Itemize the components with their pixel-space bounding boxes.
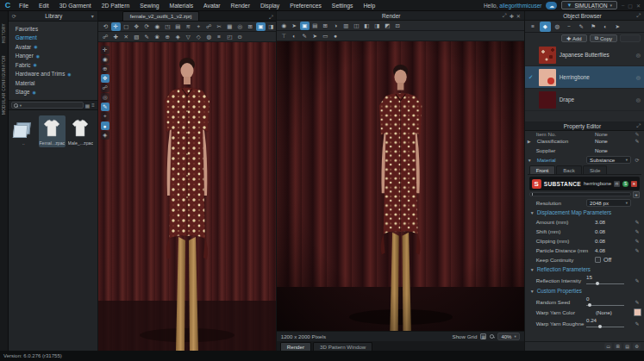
render-props-icon[interactable]: ▤: [310, 22, 320, 30]
menu-item-help[interactable]: Help: [358, 3, 380, 9]
flower-icon[interactable]: ❀: [153, 33, 162, 41]
visibility-icon[interactable]: ◎: [636, 52, 641, 58]
render-pen-icon[interactable]: ✎: [300, 32, 309, 40]
fabric-list-item[interactable]: Japanese Butterflies◎: [525, 44, 644, 66]
render-light-icon[interactable]: ⊤: [279, 32, 289, 40]
dot-icon[interactable]: ⊙: [235, 33, 245, 41]
menu-item-settings[interactable]: Settings: [327, 3, 359, 9]
menu-item-3d-garment[interactable]: 3D Garment: [54, 3, 97, 9]
style-icon[interactable]: ▤: [173, 22, 183, 31]
render-env-icon[interactable]: ◐: [290, 32, 299, 40]
sewing-pen-icon[interactable]: ✎: [576, 22, 587, 32]
gizmo-move-icon[interactable]: ✛: [111, 22, 121, 31]
edit-pencil-icon[interactable]: ✎: [633, 238, 641, 244]
menu-item-2d-pattern[interactable]: 2D Pattern: [97, 3, 135, 9]
render-left-icon[interactable]: ◧: [362, 22, 372, 30]
library-refresh-icon[interactable]: ⟳: [12, 13, 16, 19]
close-icon[interactable]: ✕: [636, 3, 641, 9]
minimize-icon[interactable]: –: [622, 3, 624, 9]
menu-item-avatar[interactable]: Avatar: [198, 3, 226, 9]
fabric-ball-icon[interactable]: ◐: [600, 22, 611, 32]
link-icon[interactable]: ☍: [204, 22, 214, 31]
rail-tab-history[interactable]: HISTORY: [2, 23, 6, 43]
settings-gear-icon[interactable]: ⚙: [633, 343, 641, 350]
diamond-icon[interactable]: ◇: [194, 33, 203, 41]
project-tab[interactable]: female_v2_outfit_1_v2.zprj: [122, 11, 200, 21]
close-icon[interactable]: ✕: [516, 13, 521, 19]
value-slider[interactable]: [586, 302, 624, 308]
camera-icon[interactable]: ◨: [266, 22, 276, 31]
camera-view-icon[interactable]: ◉: [101, 55, 109, 64]
render-sphere-icon[interactable]: ●: [331, 32, 341, 40]
property-value-field[interactable]: 15: [586, 274, 622, 280]
pen-icon[interactable]: ✎: [142, 33, 152, 41]
object-browser-float-icon[interactable]: ⤢: [636, 13, 641, 19]
pin-icon[interactable]: ☍: [101, 33, 110, 41]
corner-icon[interactable]: ◰: [225, 33, 234, 41]
cloud-icon[interactable]: ☁: [546, 2, 557, 9]
pose-icon[interactable]: ✛: [101, 46, 109, 54]
hatch-icon[interactable]: ▧: [132, 33, 141, 41]
library-category-material[interactable]: Material: [9, 78, 97, 88]
menu-item-edit[interactable]: Edit: [34, 3, 54, 9]
render-plane-icon[interactable]: ▭: [321, 32, 330, 40]
bind-icon[interactable]: ☍: [101, 84, 109, 92]
edit-pencil-icon[interactable]: ✎: [633, 138, 641, 144]
property-value-field[interactable]: 3.08: [595, 219, 631, 225]
remove-icon[interactable]: ✕: [631, 181, 637, 187]
menu-item-sewing[interactable]: Sewing: [134, 3, 164, 9]
render-rows-icon[interactable]: ▥: [341, 22, 351, 30]
focus-icon[interactable]: ⌖: [101, 112, 109, 121]
render-zoom-select[interactable]: 40%▾: [497, 333, 519, 340]
library-category-hanger[interactable]: Hanger◉: [9, 52, 97, 61]
avatar-icon[interactable]: ◍: [552, 22, 563, 32]
render-tab-3d-pattern-window[interactable]: 3D Pattern Window: [313, 342, 372, 351]
light-icon[interactable]: ◎: [235, 22, 245, 31]
color-swatch[interactable]: [634, 308, 641, 316]
avatar-dot-icon[interactable]: ●: [101, 121, 109, 130]
property-value-field[interactable]: 4.08: [595, 247, 631, 253]
collapse-arrow-icon[interactable]: ▼: [528, 158, 533, 163]
render-arrow-icon[interactable]: ➤: [310, 32, 320, 40]
slider-thumb[interactable]: [596, 282, 599, 285]
trim-icon[interactable]: −: [564, 22, 575, 32]
substance-sync-icon[interactable]: S: [622, 181, 628, 187]
substance-seek-bar[interactable]: [529, 192, 631, 196]
render-corner-icon[interactable]: ◩: [383, 22, 392, 30]
app-logo[interactable]: C: [2, 1, 14, 10]
view-grid-icon[interactable]: ▦: [85, 103, 91, 109]
menu-item-preferences[interactable]: Preferences: [284, 3, 327, 9]
property-editor-float-icon[interactable]: ⤢: [636, 123, 641, 129]
pan-icon[interactable]: ✥: [132, 22, 141, 31]
menu-item-file[interactable]: File: [14, 3, 34, 9]
attach-icon[interactable]: ⊕: [163, 33, 172, 41]
search-filter-caret-icon[interactable]: ▾: [20, 103, 22, 108]
value-slider[interactable]: [586, 281, 624, 286]
page-list-icon[interactable]: ▤: [623, 343, 631, 350]
rotate-icon[interactable]: ⟳: [142, 22, 152, 31]
texture-icon[interactable]: ▦: [225, 22, 234, 31]
edit-pencil-icon[interactable]: ✎: [633, 219, 641, 225]
tab-float-icon[interactable]: ⤢: [269, 15, 276, 21]
user-name-link[interactable]: allegorithmicuser: [499, 3, 541, 9]
substance-material-card[interactable]: SSUBSTANCEherringbone⊡S✕: [529, 177, 640, 190]
render-window-titlebar[interactable]: Render ⤢✚✕: [277, 11, 524, 21]
viewport-3d-scene[interactable]: ✛◉⊕✥☍◎✎⌖●◈: [98, 42, 276, 351]
down-icon[interactable]: ▽: [184, 33, 193, 41]
library-item[interactable]: Femal...zpac: [39, 115, 66, 147]
property-value[interactable]: None: [595, 147, 631, 153]
wind-icon[interactable]: ≋: [184, 22, 193, 31]
property-value-field[interactable]: 0.08: [595, 238, 631, 244]
keep-continuity-toggle[interactable]: Off: [595, 257, 631, 263]
render-grid-icon[interactable]: ⊞: [321, 22, 330, 30]
page-prev-icon[interactable]: ▭: [604, 343, 612, 350]
section-header-displacement-map-parameters[interactable]: ▼Displacement Map Parameters: [528, 208, 641, 217]
property-value-field[interactable]: 0.08: [595, 228, 631, 234]
expand-arrow-icon[interactable]: ▶: [528, 139, 533, 144]
expand-icon[interactable]: ⊡: [614, 181, 620, 187]
property-value[interactable]: None: [595, 138, 631, 144]
rail-tab-modular-configurator[interactable]: MODULAR CONFIGURATOR: [2, 55, 6, 115]
target-icon[interactable]: ⌖: [194, 22, 203, 31]
visibility-icon[interactable]: ◎: [636, 74, 641, 80]
edit-pencil-icon[interactable]: ✎: [633, 277, 641, 283]
